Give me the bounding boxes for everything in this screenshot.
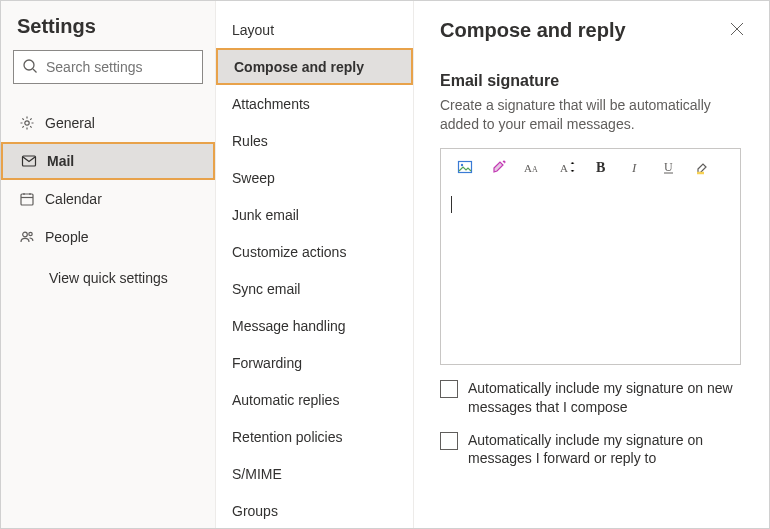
svg-text:A: A [532, 165, 538, 174]
mail-icon [21, 153, 47, 169]
svg-point-0 [24, 60, 34, 70]
paint-icon [491, 159, 507, 178]
bold-icon: B [593, 159, 609, 178]
nav-label: Calendar [45, 191, 197, 207]
secondary-sidebar: Layout Compose and reply Attachments Rul… [216, 1, 414, 528]
underline-icon: U [661, 159, 677, 178]
sub-item-label: Retention policies [232, 429, 343, 445]
sub-item-attachments[interactable]: Attachments [216, 85, 413, 122]
svg-text:A: A [524, 162, 532, 174]
sub-item-message-handling[interactable]: Message handling [216, 307, 413, 344]
sub-item-rules[interactable]: Rules [216, 122, 413, 159]
text-caret [451, 196, 452, 213]
sub-item-label: Junk email [232, 207, 299, 223]
svg-point-2 [25, 121, 29, 125]
sub-item-junk-email[interactable]: Junk email [216, 196, 413, 233]
settings-pane: Compose and reply Email signature Create… [414, 1, 769, 528]
sub-item-compose-and-reply[interactable]: Compose and reply [216, 48, 413, 85]
nav-label: General [45, 115, 197, 131]
sub-item-label: Sync email [232, 281, 300, 297]
svg-point-8 [23, 232, 28, 237]
view-quick-settings-link[interactable]: View quick settings [1, 256, 215, 286]
font-icon: AA [524, 159, 542, 178]
svg-text:A: A [560, 162, 568, 174]
signature-editor: AA A B I U [440, 148, 741, 365]
font-size-icon: A [558, 159, 576, 178]
image-icon [457, 159, 473, 178]
svg-line-1 [33, 69, 37, 73]
svg-rect-12 [459, 162, 472, 173]
pane-scroll[interactable]: Email signature Create a signature that … [414, 56, 769, 528]
italic-icon: I [627, 159, 643, 178]
sub-item-label: Groups [232, 503, 278, 519]
svg-text:U: U [664, 160, 673, 174]
sub-item-label: Layout [232, 22, 274, 38]
settings-title: Settings [1, 15, 215, 50]
close-icon [729, 24, 745, 40]
format-painter-button[interactable] [483, 153, 515, 185]
underline-button[interactable]: U [653, 153, 685, 185]
sub-item-retention-policies[interactable]: Retention policies [216, 418, 413, 455]
nav-item-general[interactable]: General [1, 104, 215, 142]
font-size-button[interactable]: A [551, 153, 583, 185]
sub-item-label: S/MIME [232, 466, 282, 482]
sub-item-label: Forwarding [232, 355, 302, 371]
sub-item-groups[interactable]: Groups [216, 492, 413, 528]
font-family-button[interactable]: AA [517, 153, 549, 185]
include-on-new-label: Automatically include my signature on ne… [468, 379, 738, 417]
svg-text:I: I [631, 160, 637, 175]
nav-item-mail[interactable]: Mail [1, 142, 215, 180]
svg-point-9 [29, 232, 32, 235]
include-on-reply-checkbox[interactable] [440, 432, 458, 450]
svg-text:B: B [596, 160, 605, 175]
pane-title: Compose and reply [440, 19, 626, 42]
search-input[interactable] [46, 59, 194, 75]
sub-item-label: Attachments [232, 96, 310, 112]
highlight-icon [695, 159, 711, 178]
sub-item-label: Customize actions [232, 244, 346, 260]
calendar-icon [19, 191, 45, 207]
editor-toolbar: AA A B I U [441, 149, 740, 189]
svg-rect-4 [21, 194, 33, 205]
sub-item-label: Sweep [232, 170, 275, 186]
primary-sidebar: Settings General Mail Calendar [1, 1, 216, 528]
sub-item-label: Automatic replies [232, 392, 339, 408]
email-signature-heading: Email signature [440, 72, 741, 90]
nav-item-people[interactable]: People [1, 218, 215, 256]
svg-point-13 [461, 164, 463, 166]
sub-item-smime[interactable]: S/MIME [216, 455, 413, 492]
sub-item-label: Message handling [232, 318, 346, 334]
sub-item-label: Rules [232, 133, 268, 149]
nav-label: People [45, 229, 197, 245]
sub-item-layout[interactable]: Layout [216, 11, 413, 48]
highlight-button[interactable] [687, 153, 719, 185]
close-button[interactable] [725, 17, 749, 44]
nav-item-calendar[interactable]: Calendar [1, 180, 215, 218]
include-on-reply-label: Automatically include my signature on me… [468, 431, 738, 469]
gear-icon [19, 115, 45, 131]
sub-item-sync-email[interactable]: Sync email [216, 270, 413, 307]
nav-label: Mail [47, 153, 195, 169]
sub-item-customize-actions[interactable]: Customize actions [216, 233, 413, 270]
italic-button[interactable]: I [619, 153, 651, 185]
include-on-new-checkbox[interactable] [440, 380, 458, 398]
search-icon [22, 58, 38, 77]
bold-button[interactable]: B [585, 153, 617, 185]
signature-textarea[interactable] [441, 189, 740, 364]
sub-item-forwarding[interactable]: Forwarding [216, 344, 413, 381]
email-signature-description: Create a signature that will be automati… [440, 96, 740, 134]
insert-image-button[interactable] [449, 153, 481, 185]
sub-item-sweep[interactable]: Sweep [216, 159, 413, 196]
sub-item-automatic-replies[interactable]: Automatic replies [216, 381, 413, 418]
search-settings[interactable] [13, 50, 203, 84]
people-icon [19, 229, 45, 245]
sub-item-label: Compose and reply [234, 59, 364, 75]
